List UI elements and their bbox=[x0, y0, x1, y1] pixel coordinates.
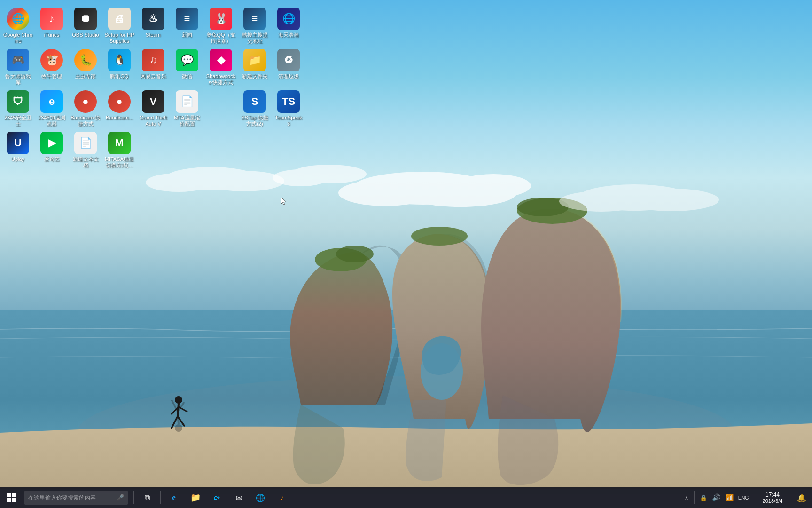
desktop-icon-uplay[interactable]: UUplay bbox=[1, 129, 35, 168]
desktop-icon-mitasa[interactable]: MMITASA独显切换方式(… bbox=[102, 129, 136, 168]
desktop-icon-bandicam[interactable]: ●Bandicam·快捷方式 bbox=[69, 87, 102, 127]
svg-point-23 bbox=[146, 173, 211, 192]
svg-point-18 bbox=[352, 172, 493, 205]
desktop-icon-security-2345[interactable]: 🛡2345安全卫士 bbox=[1, 87, 35, 127]
icon-label-obs-studio: OBS Studio bbox=[72, 32, 99, 38]
clock[interactable]: 17:44 2018/3/4 bbox=[754, 487, 791, 508]
icon-img-steam: ♨ bbox=[142, 8, 164, 30]
svg-point-8 bbox=[175, 396, 182, 404]
desktop-icon-sstap[interactable]: SSSTap·快捷方式(2) bbox=[238, 87, 272, 127]
icon-label-mooo: 牧牛管理 bbox=[41, 73, 62, 79]
icon-img-heavens: 🌐 bbox=[277, 8, 300, 30]
icon-label-heavens: 海天浩瀚 bbox=[278, 32, 299, 38]
svg-point-1 bbox=[77, 376, 735, 489]
icon-label-newfolder: 新建文件夹 bbox=[242, 73, 268, 79]
svg-point-19 bbox=[338, 180, 432, 206]
desktop-icon-mooo[interactable]: 🐮牧牛管理 bbox=[35, 46, 69, 86]
notification-button[interactable]: 🔔 bbox=[791, 487, 812, 508]
desktop-icon-heavens[interactable]: 🌐海天浩瀚 bbox=[272, 5, 305, 44]
icon-img-bandicam2: ● bbox=[108, 90, 131, 113]
svg-point-25 bbox=[578, 184, 691, 211]
svg-point-5 bbox=[411, 227, 468, 246]
icon-label-recycle: 清理垃圾 bbox=[278, 73, 299, 79]
icon-img-bandicam: ● bbox=[74, 90, 97, 113]
desktop-icon-iqiyi[interactable]: ▶爱奇艺 bbox=[35, 129, 69, 168]
taskbar-divider bbox=[133, 491, 134, 504]
icon-img-sstap: S bbox=[243, 90, 266, 113]
svg-point-14 bbox=[175, 424, 182, 432]
icon-img-new-text: 📄 bbox=[74, 132, 97, 154]
desktop-icon-qq[interactable]: 🐧腾讯QQ bbox=[102, 46, 136, 86]
icon-img-wechat: 💬 bbox=[176, 49, 198, 71]
icon-img-mooo: 🐮 bbox=[40, 49, 63, 71]
desktop-icon-quick-search[interactable]: ≡酷搜主搜提交地址 bbox=[238, 5, 272, 44]
svg-point-26 bbox=[559, 191, 644, 212]
desktop-icon-bandicam2[interactable]: ●Bandicam... bbox=[102, 87, 136, 127]
taskbar-center: ⧉ e 📁 🛍 ✉ 🌐 ♪ bbox=[132, 487, 292, 508]
show-hidden-icons[interactable]: ∧ bbox=[683, 494, 690, 502]
desktop-icons: 🌐Google Chrome🎮鲁大师游戏库🛡2345安全卫士UUplay♪iTu… bbox=[0, 0, 108, 409]
icon-label-new-text: 新建文本文档 bbox=[70, 156, 101, 168]
start-button[interactable] bbox=[0, 487, 23, 508]
desktop-icon-wechat[interactable]: 💬微信 bbox=[170, 46, 204, 86]
search-bar[interactable]: 🎤 bbox=[24, 491, 128, 505]
desktop-icon-browser-2345[interactable]: e2345加速浏览器 bbox=[35, 87, 69, 127]
desktop-icon-steam[interactable]: ♨Steam bbox=[136, 5, 170, 44]
icon-label-uplay: Uplay bbox=[11, 156, 24, 162]
svg-rect-0 bbox=[0, 310, 812, 489]
icon-label-browser-2345: 2345加速浏览器 bbox=[37, 115, 67, 127]
desktop-icon-hp-supplies[interactable]: 🖨Setup for HP Supplies bbox=[102, 5, 136, 44]
desktop-icon-teamspeak[interactable]: TSTeamSpeak 3 bbox=[272, 87, 305, 127]
desktop-icon-google-chrome[interactable]: 🌐Google Chrome bbox=[1, 5, 35, 44]
search-input[interactable] bbox=[28, 494, 116, 501]
svg-point-27 bbox=[625, 189, 719, 211]
desktop-icon-shadowsocks[interactable]: ◆Shadowsocks·快捷方式 bbox=[204, 46, 238, 86]
taskbar-store[interactable]: 🛍 bbox=[207, 487, 227, 508]
desktop-icon-new-text[interactable]: 📄新建文本文档 bbox=[69, 129, 102, 168]
taskbar: 🎤 ⧉ e 📁 🛍 ✉ 🌐 ♪ ∧ 🔒 🔊 📶 ENG 17:44 2018/3… bbox=[0, 487, 812, 508]
svg-line-10 bbox=[172, 416, 178, 428]
desktop-icon-gta5[interactable]: VGrand Theft Auto V bbox=[136, 87, 170, 127]
start-area: 🎤 bbox=[0, 487, 128, 508]
taskbar-divider2 bbox=[160, 491, 161, 504]
taskbar-groove[interactable]: ♪ bbox=[272, 487, 292, 508]
taskbar-explorer[interactable]: 📁 bbox=[185, 487, 206, 508]
desktop-icon-recycle[interactable]: ♻清理垃圾 bbox=[272, 46, 305, 86]
taskbar-mail[interactable]: ✉ bbox=[228, 487, 249, 508]
tray-lang[interactable]: ENG bbox=[737, 494, 750, 501]
svg-point-6 bbox=[517, 198, 587, 224]
icon-img-news: ≡ bbox=[176, 8, 198, 30]
icon-img-netease-music: ♫ bbox=[142, 49, 164, 71]
icon-label-chongchong: 虫虫专家 bbox=[75, 73, 96, 79]
taskbar-edge[interactable]: e bbox=[164, 487, 184, 508]
svg-point-20 bbox=[404, 179, 517, 207]
icon-img-newfolder: 📁 bbox=[243, 49, 266, 71]
tray-network2[interactable]: 📶 bbox=[724, 493, 735, 502]
icon-label-shadowsocks: Shadowsocks·快捷方式 bbox=[206, 73, 236, 86]
desktop-icon-acc-search[interactable]: 🐰奥兔QQ（支持搜索） bbox=[204, 5, 238, 44]
desktop-icon-newfolder[interactable]: 📁新建文件夹 bbox=[238, 46, 272, 86]
svg-line-13 bbox=[179, 407, 187, 412]
desktop-icon-obs-studio[interactable]: ⏺OBS Studio bbox=[69, 5, 102, 44]
desktop-icon-news[interactable]: ≡新闻 bbox=[170, 5, 204, 44]
icon-img-mitasa: M bbox=[108, 132, 131, 154]
desktop-icon-netease-music[interactable]: ♫网易云音乐 bbox=[136, 46, 170, 86]
desktop-icon-itunes[interactable]: ♪iTunes bbox=[35, 5, 69, 44]
tray-network[interactable]: 🔒 bbox=[698, 493, 709, 502]
icon-label-google-chrome: Google Chrome bbox=[3, 32, 33, 44]
icon-img-gta5: V bbox=[142, 90, 164, 113]
desktop-icon-game-manager[interactable]: 🎮鲁大师游戏库 bbox=[1, 46, 35, 86]
icon-label-security-2345: 2345安全卫士 bbox=[3, 115, 33, 127]
task-view-button[interactable]: ⧉ bbox=[137, 487, 157, 508]
icon-label-news: 新闻 bbox=[182, 32, 192, 38]
icon-img-iqiyi: ▶ bbox=[40, 132, 63, 154]
desktop-icon-chongchong[interactable]: 🐛虫虫专家 bbox=[69, 46, 102, 86]
icon-label-itunes: iTunes bbox=[44, 32, 60, 38]
icon-img-qq: 🐧 bbox=[108, 49, 131, 71]
svg-line-11 bbox=[178, 416, 184, 426]
desktop-icon-mta-config[interactable]: 📄MTA流量定价配置 bbox=[170, 87, 204, 127]
taskbar-chrome[interactable]: 🌐 bbox=[250, 487, 271, 508]
icon-label-iqiyi: 爱奇艺 bbox=[44, 156, 60, 162]
icon-img-acc-search: 🐰 bbox=[210, 8, 232, 30]
tray-volume[interactable]: 🔊 bbox=[710, 492, 722, 503]
